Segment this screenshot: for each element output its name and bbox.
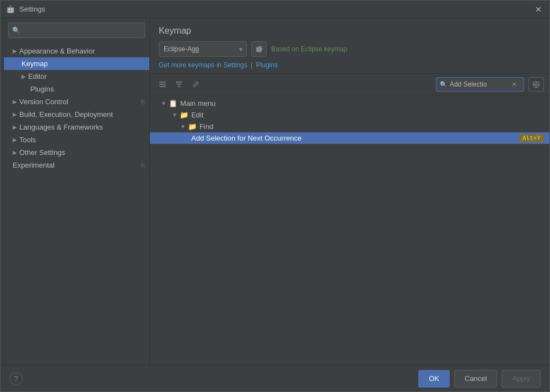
window-title: Settings (19, 5, 533, 13)
copy-icon: ⎘ (141, 98, 145, 106)
left-accent-bar (1, 18, 4, 365)
folder-icon: 📋 (169, 99, 177, 108)
tree-item-main-menu[interactable]: ▼ 📋 Main menu (150, 98, 549, 109)
ok-button[interactable]: OK (418, 370, 450, 388)
folder-icon: 📁 (188, 122, 197, 131)
tree-item-label: Edit (191, 111, 203, 119)
arrow-icon: ▶ (13, 99, 17, 105)
sidebar-item-editor[interactable]: ▶ Editor (4, 70, 149, 83)
arrow-icon: ▶ (13, 124, 17, 130)
sidebar-item-label: Languages & Frameworks (19, 123, 103, 131)
sidebar-item-version-control[interactable]: ▶ Version Control ⎘ (4, 95, 149, 108)
sidebar-tree: ▶ Appearance & Behavior Keymap ▶ Editor … (4, 42, 149, 365)
expand-all-button[interactable] (155, 78, 170, 91)
sidebar-item-label: Plugins (30, 85, 54, 93)
arrow-icon: ▶ (13, 149, 17, 155)
cancel-button[interactable]: Cancel (454, 370, 497, 388)
apply-button[interactable]: Apply (502, 370, 541, 388)
sidebar-item-appearance-behavior[interactable]: ▶ Appearance & Behavior (4, 45, 149, 57)
tree-item-add-selection[interactable]: Add Selection for Next Occurrence Alt+Y (150, 132, 549, 144)
edit-icon (192, 80, 199, 88)
folder-icon: 📁 (180, 111, 188, 119)
gear-button[interactable] (251, 41, 267, 57)
sidebar-item-other-settings[interactable]: ▶ Other Settings (4, 146, 149, 159)
right-panel: Keymap Eclipse-Agg Eclipse Default ▼ (150, 18, 549, 365)
clear-search-icon[interactable]: ✕ (511, 80, 517, 88)
svg-rect-5 (178, 86, 180, 87)
sidebar-search-box[interactable]: 🔍 (8, 23, 145, 38)
help-icon: ? (14, 374, 18, 383)
settings-window: 🤖 Settings ✕ 🔍 ▶ Appearance & Behavior K… (0, 0, 550, 392)
keymap-links: Get more keymaps in Settings | Plugins (159, 61, 541, 69)
svg-rect-4 (177, 84, 181, 85)
tree-item-label: Add Selection for Next Occurrence (191, 134, 301, 142)
tree-arrow-icon: ▼ (180, 123, 186, 130)
link-separator: | (251, 61, 252, 69)
app-icon: 🤖 (6, 5, 15, 14)
based-on-label: Based on Eclipse keymap (271, 45, 347, 53)
sidebar-item-label: Version Control (19, 98, 68, 106)
shortcut-badge: Alt+Y (519, 134, 544, 142)
keymap-dropdown[interactable]: Eclipse-Agg Eclipse Default (159, 41, 247, 57)
sidebar-item-label: Experimental (13, 161, 55, 169)
titlebar: 🤖 Settings ✕ (1, 1, 549, 18)
svg-rect-3 (176, 82, 182, 83)
sidebar-item-label: Other Settings (19, 148, 65, 157)
copy-icon-experimental: ⎘ (141, 162, 145, 169)
keymap-tree: ▼ 📋 Main menu ▼ 📁 Edit ▼ 📁 Find (150, 95, 549, 365)
footer: ? OK Cancel Apply (1, 365, 549, 391)
svg-rect-0 (159, 82, 166, 83)
tree-arrow-icon: ▼ (172, 112, 177, 118)
collapse-all-icon (175, 80, 183, 88)
sidebar-item-experimental[interactable]: Experimental ⎘ (4, 159, 149, 171)
svg-point-7 (535, 83, 537, 85)
arrow-icon: ▶ (13, 48, 17, 54)
arrow-icon: ▶ (13, 111, 17, 117)
main-content: 🔍 ▶ Appearance & Behavior Keymap ▶ Edito… (1, 18, 549, 365)
settings-link[interactable]: Get more keymaps in Settings (159, 61, 247, 69)
sidebar: 🔍 ▶ Appearance & Behavior Keymap ▶ Edito… (4, 18, 150, 365)
sidebar-search-input[interactable] (23, 26, 141, 34)
tree-item-edit[interactable]: ▼ 📁 Edit (150, 109, 549, 121)
collapse-all-button[interactable] (172, 78, 186, 91)
keymap-search-field[interactable]: 🔍 ✕ (436, 77, 524, 92)
sidebar-item-keymap[interactable]: Keymap (4, 57, 149, 70)
keymap-selector-row: Eclipse-Agg Eclipse Default ▼ Based on E… (159, 41, 541, 57)
tree-arrow-icon: ▼ (161, 100, 166, 106)
sidebar-item-plugins[interactable]: Plugins (4, 83, 149, 95)
svg-rect-1 (159, 84, 166, 85)
tree-item-label: Main menu (180, 99, 215, 108)
target-button[interactable] (529, 77, 544, 92)
keymap-select-wrapper: Eclipse-Agg Eclipse Default ▼ (159, 41, 247, 57)
keymap-header: Keymap Eclipse-Agg Eclipse Default ▼ (150, 18, 549, 74)
expand-all-icon (159, 80, 166, 88)
gear-icon (255, 45, 263, 53)
tree-item-find[interactable]: ▼ 📁 Find (150, 121, 549, 132)
sidebar-item-build-execution[interactable]: ▶ Build, Execution, Deployment (4, 108, 149, 121)
tree-item-label: Find (199, 122, 213, 131)
target-icon (532, 80, 540, 88)
keymap-title: Keymap (159, 26, 541, 36)
arrow-icon: ▶ (13, 137, 17, 143)
sidebar-search-icon: 🔍 (12, 26, 20, 34)
keymap-search-input[interactable] (450, 80, 510, 88)
sidebar-item-label: Tools (19, 136, 36, 144)
sidebar-item-label: Keymap (21, 60, 48, 68)
sidebar-item-tools[interactable]: ▶ Tools (4, 133, 149, 146)
help-button[interactable]: ? (9, 372, 23, 385)
sidebar-item-label: Appearance & Behavior (19, 47, 95, 55)
sidebar-item-languages-frameworks[interactable]: ▶ Languages & Frameworks (4, 121, 149, 133)
search-icon: 🔍 (440, 81, 447, 88)
arrow-icon: ▶ (21, 73, 26, 79)
edit-button[interactable] (188, 78, 203, 91)
plugins-link[interactable]: Plugins (256, 61, 278, 69)
keymap-toolbar: 🔍 ✕ (150, 74, 549, 95)
footer-buttons: OK Cancel Apply (418, 370, 541, 388)
svg-rect-2 (159, 86, 166, 87)
close-button[interactable]: ✕ (533, 4, 544, 15)
sidebar-item-label: Editor (28, 72, 47, 80)
sidebar-item-label: Build, Execution, Deployment (19, 110, 113, 119)
